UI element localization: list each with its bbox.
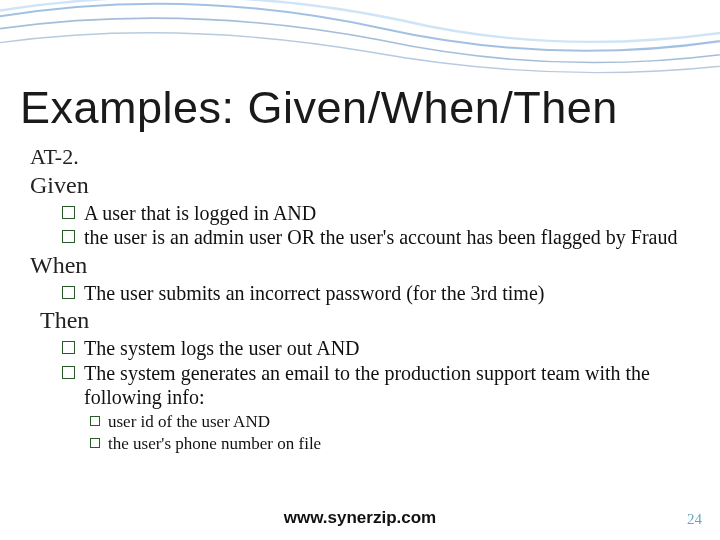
then-sublist: user id of the user AND the user's phone… bbox=[90, 411, 700, 454]
given-item: A user that is logged in AND bbox=[62, 201, 700, 225]
when-item: The user submits an incorrect password (… bbox=[62, 281, 700, 305]
given-keyword: Given bbox=[30, 172, 700, 199]
when-keyword: When bbox=[30, 252, 700, 279]
then-item: The system logs the user out AND bbox=[62, 336, 700, 360]
then-keyword: Then bbox=[40, 307, 700, 334]
slide-title: Examples: Given/When/Then bbox=[20, 82, 700, 134]
page-number: 24 bbox=[687, 511, 702, 528]
then-subitem: user id of the user AND bbox=[90, 411, 700, 432]
then-subitem: the user's phone number on file bbox=[90, 433, 700, 454]
when-list: The user submits an incorrect password (… bbox=[62, 281, 700, 305]
slide-content: Examples: Given/When/Then AT-2. Given A … bbox=[0, 0, 720, 540]
then-list: The system logs the user out AND The sys… bbox=[62, 336, 700, 409]
then-item: The system generates an email to the pro… bbox=[62, 361, 700, 410]
given-list: A user that is logged in AND the user is… bbox=[62, 201, 700, 250]
given-item: the user is an admin user OR the user's … bbox=[62, 225, 700, 249]
footer-url: www.synerzip.com bbox=[0, 508, 720, 528]
acceptance-test-label: AT-2. bbox=[30, 144, 700, 170]
